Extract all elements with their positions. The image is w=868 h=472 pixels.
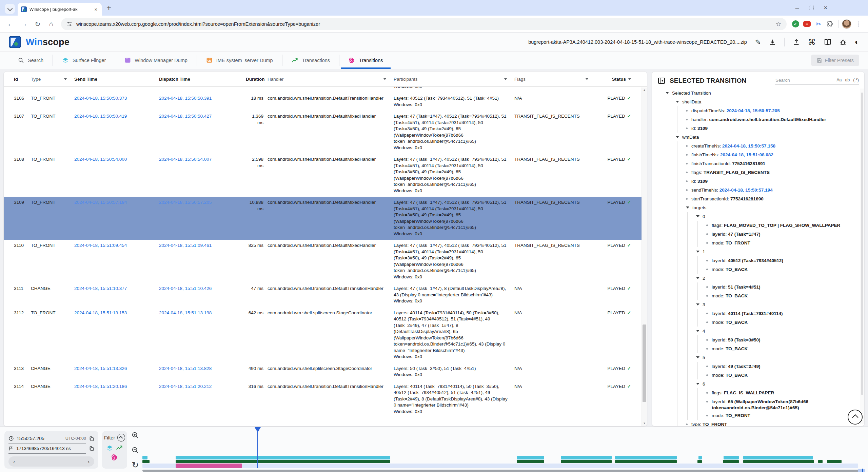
tab-transitions[interactable]: Transitions <box>339 52 392 69</box>
expand-arrow-icon[interactable] <box>696 303 699 306</box>
table-row-3113[interactable]: 3113 CHANGE 2024-04-18, 15:51:13.326 202… <box>4 363 642 381</box>
edit-icon[interactable]: ✎ <box>755 38 761 46</box>
panel-scrollbar[interactable] <box>860 88 864 424</box>
column-header-participants[interactable]: Participants <box>394 77 514 82</box>
window-close-button[interactable]: × <box>824 4 827 12</box>
table-scrollbar[interactable]: ▲ ▼ <box>642 87 647 426</box>
send-time-link[interactable]: 2024-04-18, 15:50:50.419 <box>74 113 159 151</box>
table-row-3111[interactable]: 3111 CHANGE 2024-04-18, 15:51:10.377 202… <box>4 283 642 307</box>
documentation-icon[interactable] <box>824 39 831 45</box>
filter-dropdown-icon[interactable] <box>383 78 386 80</box>
extensions-puzzle-icon[interactable] <box>825 21 835 27</box>
match-case-toggle[interactable]: Aa <box>836 78 842 82</box>
column-header-handler[interactable]: Handler <box>268 77 394 82</box>
table-row-3112[interactable]: 3112 TO_FRONT 2024-04-18, 15:51:13.153 2… <box>4 307 642 363</box>
home-button[interactable]: ⌂ <box>45 20 57 28</box>
browser-tab[interactable]: Winscope | bugreport-ak × <box>18 3 102 16</box>
column-header-send-time[interactable]: Send Time <box>74 77 159 82</box>
timeline-tracks[interactable] <box>142 427 865 472</box>
tree-node-4[interactable]: 4 <box>657 327 858 335</box>
tab-transactions[interactable]: Transactions <box>282 52 339 69</box>
tab-ime-system-server-dump[interactable]: IME system_server Dump <box>197 52 282 69</box>
back-button[interactable]: ← <box>5 20 16 28</box>
send-time-link[interactable]: 2024-04-18, 15:51:10.377 <box>74 286 159 304</box>
table-row-3107[interactable]: 3107 TO_FRONT 2024-04-18, 15:50:50.419 2… <box>4 111 642 154</box>
next-entry-button[interactable]: › <box>88 459 90 465</box>
prev-entry-button[interactable]: ‹ <box>13 459 15 465</box>
tree-node-wmdata[interactable]: wmData <box>657 133 858 141</box>
surface-flinger-filter-icon[interactable] <box>106 445 113 452</box>
address-bar[interactable]: winscope.teams.x20web.corp.google.com/pr… <box>61 18 787 30</box>
scroll-to-top-button[interactable] <box>848 410 863 425</box>
browser-menu-icon[interactable]: ⋮ <box>853 20 863 27</box>
filter-dropdown-icon[interactable] <box>586 78 588 80</box>
tree-node-2[interactable]: 2 <box>657 274 858 282</box>
shortcuts-icon[interactable]: ⌘ <box>808 38 816 47</box>
download-icon[interactable] <box>769 39 776 46</box>
filter-presets-button[interactable]: Filter Presets <box>811 55 859 66</box>
expand-arrow-icon[interactable] <box>676 136 679 138</box>
scroll-up-arrow[interactable]: ▲ <box>642 88 647 92</box>
expand-arrow-icon[interactable] <box>696 383 699 385</box>
panel-scrollbar-thumb[interactable] <box>861 93 863 395</box>
column-header-id[interactable]: Id <box>14 77 31 82</box>
window-minimize-button[interactable]: ─ <box>795 5 799 11</box>
tree-node-targets[interactable]: targets <box>657 203 858 212</box>
tree-node-6[interactable]: 6 <box>657 379 858 388</box>
table-row-3108[interactable]: 3108 TO_FRONT 2024-04-18, 15:50:54.000 2… <box>4 154 642 197</box>
column-header-dispatch-time[interactable]: Dispatch Time <box>159 77 246 82</box>
reset-zoom-icon[interactable]: ↻ <box>132 461 139 468</box>
reload-button[interactable]: ↻ <box>32 20 43 28</box>
new-tab-button[interactable]: + <box>106 3 111 13</box>
table-row-3106[interactable]: 3106 TO_FRONT 2024-04-18, 15:50:50.373 2… <box>4 93 642 111</box>
copy-timestamp-icon[interactable] <box>89 446 94 451</box>
table-row-3114[interactable]: 3114 CHANGE 2024-04-18, 15:51:20.186 202… <box>4 381 642 418</box>
table-row-3109[interactable]: 3109 TO_FRONT 2024-04-18, 15:50:57.194 2… <box>4 197 642 240</box>
tree-node-3[interactable]: 3 <box>657 300 858 309</box>
minimap-selection[interactable] <box>858 469 865 472</box>
dispatch-time-link[interactable]: 2024-04-18, 15:51:13.828 <box>159 366 246 378</box>
send-time-link[interactable]: 2024-04-18, 15:50:57.194 <box>74 199 159 237</box>
extension-video-speed-icon[interactable]: ▸▸ <box>802 21 812 27</box>
column-header-type[interactable]: Type <box>31 77 74 82</box>
send-time-link[interactable]: 2024-04-18, 15:51:20.186 <box>74 383 159 415</box>
dispatch-time-link[interactable]: 2024-04-18, 15:51:10.426 <box>159 286 246 304</box>
tree-node-shelldata[interactable]: shellData <box>657 97 858 106</box>
report-bug-icon[interactable] <box>840 39 847 46</box>
expand-arrow-icon[interactable] <box>696 356 699 358</box>
tree-search-input[interactable] <box>775 77 833 83</box>
forward-button[interactable]: → <box>18 20 30 28</box>
tree-node-0[interactable]: 0 <box>657 212 858 221</box>
dispatch-time-link[interactable]: 2024-04-18, 15:51:13.198 <box>159 310 246 360</box>
tab-surface-flinger[interactable]: Surface Flinger <box>53 52 115 69</box>
column-header-status[interactable]: Status <box>596 77 636 82</box>
collapse-filter-button[interactable] <box>117 434 125 441</box>
copy-time-icon[interactable] <box>89 436 94 441</box>
tab-search[interactable]: Search <box>9 52 53 69</box>
scrollbar-thumb[interactable] <box>643 324 646 402</box>
tab-close-icon[interactable]: × <box>93 6 98 12</box>
minimap-cursor[interactable] <box>862 469 863 472</box>
transitions-filter-icon[interactable] <box>111 454 118 461</box>
extension-scissors-icon[interactable]: ✂ <box>814 20 823 28</box>
dispatch-time-link[interactable]: 2024-04-18, 15:50:54.007 <box>159 156 246 194</box>
match-word-toggle[interactable]: ab <box>845 78 850 82</box>
column-header-duration[interactable]: Duration <box>246 77 268 82</box>
timeline-minimap[interactable] <box>142 470 865 472</box>
filter-dropdown-icon[interactable] <box>628 78 631 80</box>
expand-arrow-icon[interactable] <box>696 330 699 332</box>
time-field[interactable]: 15:50:57.205 UTC-04:00 <box>8 434 86 444</box>
filter-dropdown-icon[interactable] <box>64 78 67 80</box>
table-row-3110[interactable]: 3110 TO_FRONT 2024-04-18, 15:51:09.454 2… <box>4 240 642 283</box>
expand-arrow-icon[interactable] <box>676 101 679 103</box>
timestamp-ns-field[interactable]: 1713469857205164013 ns <box>8 444 86 454</box>
send-time-link[interactable]: 2024-04-18, 15:51:09.454 <box>74 242 159 280</box>
column-header-flags[interactable]: Flags <box>514 77 596 82</box>
profile-avatar[interactable] <box>842 19 851 29</box>
upload-icon[interactable] <box>793 39 800 46</box>
regex-toggle[interactable]: (.*) <box>853 78 859 82</box>
send-time-link[interactable]: 2024-04-18, 15:50:50.373 <box>74 95 159 108</box>
expand-arrow-icon[interactable] <box>686 206 689 209</box>
transactions-filter-icon[interactable] <box>116 445 123 451</box>
zoom-out-icon[interactable] <box>132 447 139 454</box>
